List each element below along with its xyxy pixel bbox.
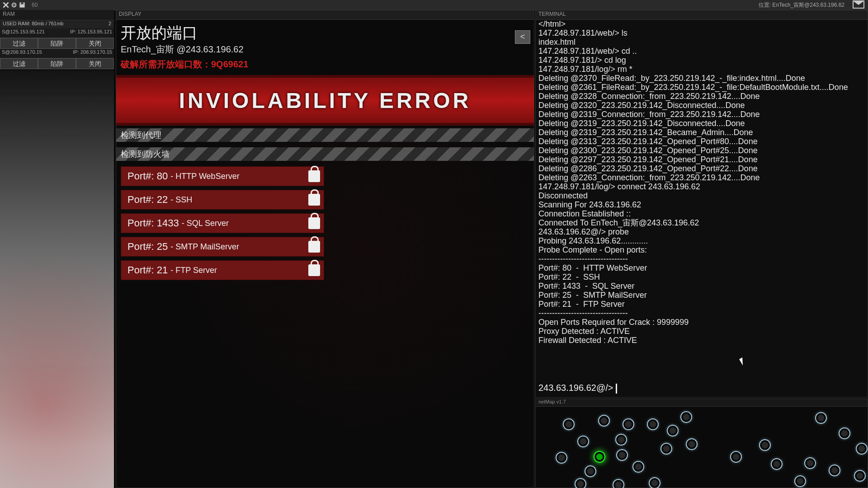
netmap-node[interactable]: [686, 438, 698, 450]
terminal-output: </html> 147.248.97.181/web/> ls index.ht…: [538, 19, 865, 394]
ram-usage: USED RAM: 80mb / 761mb2: [0, 20, 114, 28]
netmap-node[interactable]: [660, 443, 672, 455]
crack-requirement: 破解所需开放端口数：9Q69621: [116, 58, 534, 75]
netmap-node[interactable]: [575, 478, 586, 488]
port-row[interactable]: Port#: 21 - FTP Server: [121, 260, 324, 280]
lock-icon: [308, 264, 320, 276]
display-panel: DISPLAY < 开放的端口 EnTech_宙斯 @243.63.196.62…: [116, 10, 534, 488]
back-button[interactable]: <: [515, 30, 530, 44]
filter-button[interactable]: 过滤: [0, 58, 38, 69]
netmap-title: netMap v1.7: [536, 399, 868, 407]
netmap-node[interactable]: [771, 458, 783, 470]
proxy-detected-bar: 检测到代理: [116, 128, 534, 142]
netmap-node[interactable]: [730, 451, 742, 463]
close-icon[interactable]: [3, 2, 9, 8]
netmap-node[interactable]: [598, 415, 610, 427]
trap-button[interactable]: 陷阱: [38, 38, 76, 49]
lock-icon: [308, 241, 320, 253]
netmap-node[interactable]: [594, 451, 605, 463]
ram-panel-title: RAM: [0, 10, 114, 20]
port-row[interactable]: Port#: 25 - SMTP MailServer: [121, 237, 324, 257]
netmap-node[interactable]: [839, 427, 850, 439]
ram-panel: RAM USED RAM: 80mb / 761mb2 S@125.153.95…: [0, 10, 114, 488]
terminal-panel-title: TERMINAL: [536, 10, 868, 20]
lock-icon: [308, 217, 320, 229]
terminal-panel[interactable]: TERMINAL </html> 147.248.97.181/web/> ls…: [535, 10, 868, 398]
netmap-node[interactable]: [854, 470, 866, 482]
mail-icon[interactable]: [849, 0, 868, 10]
top-bar: 60 位置: EnTech_宙斯@243.63.196.62: [0, 0, 868, 10]
process-row[interactable]: S@208.93.170.15IP: 208.93.170.15: [0, 49, 114, 58]
page-title: 开放的端口: [116, 20, 534, 43]
port-row[interactable]: Port#: 80 - HTTP WebServer: [121, 166, 324, 186]
port-row[interactable]: Port#: 1433 - SQL Server: [121, 213, 324, 233]
fps-counter: 60: [28, 2, 41, 8]
netmap-node[interactable]: [667, 425, 679, 436]
netmap-node[interactable]: [647, 418, 659, 430]
process-buttons: 过滤 陷阱 关闭: [0, 58, 114, 69]
netmap-node[interactable]: [613, 479, 624, 488]
terminal-prompt[interactable]: 243.63.196.62@/>: [538, 383, 617, 394]
close-button[interactable]: 关闭: [76, 58, 114, 69]
trap-button[interactable]: 陷阱: [38, 58, 76, 69]
svg-point-1: [14, 5, 15, 6]
lock-icon: [308, 194, 320, 206]
netmap-node[interactable]: [616, 449, 628, 461]
error-banner: INVIOLABILITY ERROR: [116, 75, 534, 126]
netmap-node[interactable]: [759, 439, 771, 451]
netmap-node[interactable]: [577, 436, 589, 447]
netmap-node[interactable]: [585, 465, 596, 477]
location-label: 位置: EnTech_宙斯@243.63.196.62: [754, 1, 849, 9]
target-host: EnTech_宙斯 @243.63.196.62: [116, 43, 534, 58]
netmap-node[interactable]: [563, 418, 575, 430]
svg-rect-3: [21, 2, 24, 4]
port-row[interactable]: Port#: 22 - SSH: [121, 190, 324, 210]
firewall-detected-bar: 检测到防火墙: [116, 147, 534, 161]
netmap-node[interactable]: [649, 477, 660, 488]
process-row[interactable]: S@125.153.95.121IP: 125.153.95.121: [0, 28, 114, 38]
netmap-node[interactable]: [632, 461, 644, 473]
netmap-node[interactable]: [804, 457, 816, 469]
close-button[interactable]: 关闭: [76, 38, 114, 49]
netmap-node[interactable]: [680, 411, 692, 423]
netmap-node[interactable]: [829, 465, 840, 476]
netmap-panel[interactable]: netMap v1.7: [535, 399, 868, 488]
lock-icon: [308, 170, 320, 182]
display-panel-title: DISPLAY: [116, 10, 534, 20]
save-icon[interactable]: [19, 2, 25, 8]
netmap-node[interactable]: [623, 418, 634, 430]
process-buttons: 过滤 陷阱 关闭: [0, 38, 114, 49]
netmap-node[interactable]: [615, 434, 627, 446]
netmap-node[interactable]: [794, 475, 806, 487]
netmap-node[interactable]: [556, 452, 567, 464]
netmap-node[interactable]: [856, 443, 868, 455]
filter-button[interactable]: 过滤: [0, 38, 38, 49]
gear-icon[interactable]: [11, 2, 17, 8]
netmap-node[interactable]: [815, 412, 827, 424]
